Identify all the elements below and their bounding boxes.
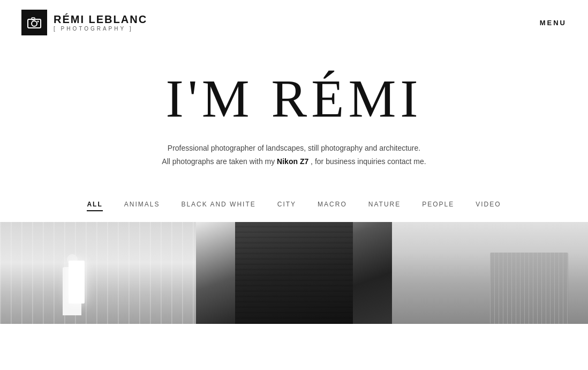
filter-black-and-white[interactable]: BLACK AND WHITE (181, 201, 255, 211)
hero-title: I'M RÉMI (21, 72, 567, 125)
photo-gallery (0, 222, 588, 324)
logo-area: RÉMI LEBLANC [ PHOTOGRAPHY ] (21, 10, 147, 35)
svg-point-1 (32, 21, 37, 26)
filter-animals[interactable]: ANIMALS (124, 201, 160, 211)
menu-button[interactable]: MENU (540, 19, 567, 27)
logo-name: RÉMI LEBLANC (54, 13, 147, 26)
gallery-item-building[interactable] (196, 222, 392, 324)
logo-text: RÉMI LEBLANC [ PHOTOGRAPHY ] (54, 13, 147, 32)
filter-macro[interactable]: MACRO (318, 201, 347, 211)
hero-desc-line1: Professional photographer of landscapes,… (168, 144, 420, 152)
person-body (63, 267, 81, 315)
person-head (67, 254, 78, 265)
hero-desc-line2-prefix: All photographs are taken with my (162, 157, 277, 166)
hero-desc-line2-suffix: , for business inquiries contact me. (308, 157, 426, 166)
hero-description: Professional photographer of landscapes,… (21, 142, 567, 168)
logo-subtitle: [ PHOTOGRAPHY ] (54, 26, 147, 32)
gallery-item-subway[interactable] (0, 222, 196, 324)
filter-video[interactable]: VIDEO (476, 201, 501, 211)
filter-nature[interactable]: NATURE (368, 201, 401, 211)
camera-model: Nikon Z7 (277, 157, 308, 166)
filter-people[interactable]: PEOPLE (422, 201, 454, 211)
svg-point-3 (37, 21, 39, 23)
hero-section: I'M RÉMI Professional photographer of la… (0, 45, 588, 179)
gallery-item-city[interactable] (392, 222, 588, 324)
filter-nav: ALL ANIMALS BLACK AND WHITE CITY MACRO N… (0, 184, 588, 222)
site-header: RÉMI LEBLANC [ PHOTOGRAPHY ] MENU (0, 0, 588, 45)
logo-icon (21, 10, 47, 35)
person-silhouette (59, 254, 86, 324)
filter-all[interactable]: ALL (87, 201, 102, 211)
filter-city[interactable]: CITY (277, 201, 296, 211)
